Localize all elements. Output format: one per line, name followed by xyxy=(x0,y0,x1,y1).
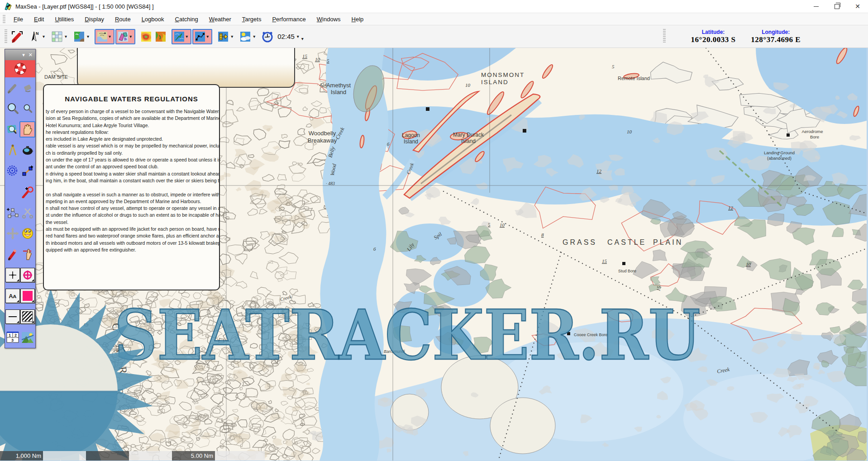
map-label: (abandoned) xyxy=(767,156,792,161)
regulation-line: the vessel. xyxy=(46,219,219,226)
minimize-button[interactable] xyxy=(806,0,826,13)
regulation-line: Hotel Kununurra; and Lake Argyle Tourist… xyxy=(46,122,219,129)
menu-catching[interactable]: Catching xyxy=(170,14,204,24)
selection-pen-button[interactable] xyxy=(10,30,24,43)
chart-display-button[interactable] xyxy=(72,30,86,43)
orientation-north-button[interactable]: N xyxy=(28,30,42,43)
route-button[interactable]: ▾ xyxy=(192,29,212,44)
grid-button[interactable] xyxy=(50,30,64,43)
tool-scissors[interactable] xyxy=(20,205,35,220)
regulations-title: NAVIGABLE WATERS REGULATIONS xyxy=(44,95,219,103)
scale-segment xyxy=(129,451,172,461)
longitude-value: 128°37.4696 E xyxy=(751,35,801,44)
raster-chart-dropdown[interactable]: ▾ xyxy=(109,34,111,39)
menu-edit[interactable]: Edit xyxy=(29,14,49,24)
vector-chart-button[interactable]: ▾ xyxy=(115,29,135,44)
style-fill-color-button[interactable] xyxy=(20,289,35,303)
menu-performance[interactable]: Performance xyxy=(267,14,311,24)
palette-menu-icon[interactable]: ▾ xyxy=(22,52,25,58)
tool-pencil[interactable] xyxy=(5,247,20,261)
maxsea-window: MaxSea - [Layer.ptf [WGS84]] - [ 1:50 00… xyxy=(0,0,868,461)
tool-divider[interactable] xyxy=(5,143,20,157)
menu-weather[interactable]: Weather xyxy=(204,14,237,24)
sst-layer-icon xyxy=(155,31,167,43)
menu-file[interactable]: File xyxy=(8,14,29,24)
map-label: · 424 xyxy=(317,82,327,87)
map-label: 10 xyxy=(465,82,471,88)
vector-chart-dropdown[interactable]: ▾ xyxy=(129,34,132,39)
map-label: 15 xyxy=(302,53,308,59)
tool-picture[interactable] xyxy=(20,330,35,345)
tool-mark-zoom[interactable] xyxy=(20,185,35,199)
tool-life-buoy[interactable] xyxy=(5,60,35,77)
tool-chart-zoom[interactable] xyxy=(5,122,19,137)
style-line-button[interactable] xyxy=(5,309,20,324)
life-buoy-icon xyxy=(14,62,27,75)
sst-layer-button[interactable] xyxy=(154,30,167,43)
events-dropdown[interactable]: ▾ xyxy=(231,34,233,39)
style-hatch-button[interactable] xyxy=(20,309,35,324)
toolbar: N ▾ ▾ ▾ xyxy=(0,25,868,48)
chart-display-icon xyxy=(73,31,85,43)
tool-fun-face[interactable] xyxy=(20,226,35,241)
style-crosshair-button[interactable] xyxy=(5,268,20,282)
position-grip[interactable] xyxy=(663,29,666,43)
menu-utilities[interactable]: Utilities xyxy=(49,14,79,24)
menu-grip[interactable] xyxy=(3,15,5,23)
map-label: 12 xyxy=(728,205,734,210)
route-dropdown[interactable]: ▾ xyxy=(206,34,209,39)
palette-title-bar[interactable]: ▾ ✕ xyxy=(5,49,35,60)
close-button[interactable]: ✕ xyxy=(847,0,868,13)
tool-eraser-disabled[interactable] xyxy=(20,81,35,95)
style-text-button[interactable]: Aᴀ xyxy=(5,289,20,303)
menu-display[interactable]: Display xyxy=(79,14,110,24)
own-ship-button[interactable]: ▾ xyxy=(172,29,191,44)
tool-route-edit[interactable] xyxy=(20,164,35,178)
menu-route[interactable]: Route xyxy=(110,14,136,24)
menu-targets[interactable]: Targets xyxy=(237,14,267,24)
maxsea-app-icon xyxy=(4,2,13,11)
tool-zoom-out[interactable] xyxy=(20,101,35,116)
style-circle-button[interactable] xyxy=(20,268,35,282)
raster-chart-button[interactable]: ▾ xyxy=(95,29,114,44)
time-dropdown[interactable]: ▾ xyxy=(297,34,299,39)
time-dropdown-2[interactable]: ▾ xyxy=(301,36,304,41)
bathy-contours-icon xyxy=(140,31,152,43)
map-label: 5 xyxy=(488,222,491,227)
menu-windows[interactable]: Windows xyxy=(311,14,346,24)
vector-chart-icon xyxy=(117,31,129,43)
bathy-contours-button[interactable] xyxy=(139,30,153,43)
palette-close-icon[interactable]: ✕ xyxy=(29,52,33,58)
map-label: Woodbelly xyxy=(309,130,336,137)
map-label: MONSMONT xyxy=(481,71,525,78)
map-label: Bore xyxy=(810,134,819,139)
tool-manual-input[interactable] xyxy=(20,247,35,261)
orientation-dropdown[interactable]: ▾ xyxy=(43,34,45,39)
tool-move[interactable] xyxy=(5,226,20,241)
tool-numbering[interactable]: 123 xyxy=(5,330,20,345)
weather-button[interactable] xyxy=(238,30,252,43)
restore-button[interactable] xyxy=(826,0,847,13)
tool-pan-hand[interactable] xyxy=(19,121,36,138)
toolbar-grip[interactable] xyxy=(5,29,7,44)
map-label: 15 xyxy=(602,258,607,264)
map-label: 10 xyxy=(627,129,632,134)
tool-polygon[interactable] xyxy=(5,205,20,220)
map-label: 10 xyxy=(315,57,320,62)
tool-pen-disabled[interactable] xyxy=(5,81,20,95)
menu-help[interactable]: Help xyxy=(346,14,369,24)
menu-logbook[interactable]: Logbook xyxy=(136,14,170,24)
tool-bearing-compass[interactable] xyxy=(20,143,35,157)
tool-range-rings[interactable] xyxy=(5,164,20,178)
own-ship-dropdown[interactable]: ▾ xyxy=(186,34,188,39)
chart-view[interactable]: , MislDAM SITE· 424AmethystIslandWoodbel… xyxy=(0,48,868,461)
tool-zoom-in[interactable] xyxy=(5,101,20,116)
time-display[interactable]: 02:45 xyxy=(277,33,295,40)
weather-dropdown[interactable]: ▾ xyxy=(253,34,255,39)
regulation-line xyxy=(46,184,219,191)
chart-display-dropdown[interactable]: ▾ xyxy=(87,34,89,39)
events-button[interactable] xyxy=(216,30,230,43)
grid-dropdown[interactable]: ▾ xyxy=(65,34,67,39)
regulation-line: st under the influence of alcohol or dru… xyxy=(46,212,219,219)
clock-button[interactable] xyxy=(261,30,274,43)
